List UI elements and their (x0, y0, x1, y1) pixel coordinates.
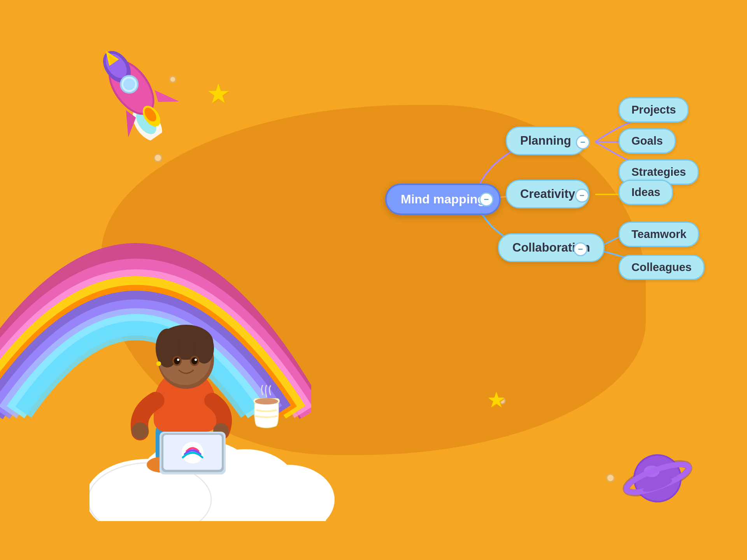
svg-point-39 (191, 357, 198, 364)
coffee-cup-icon (249, 385, 284, 432)
svg-marker-10 (151, 82, 179, 112)
svg-point-38 (174, 357, 180, 364)
character (117, 303, 265, 482)
node-planning: Planning (506, 126, 586, 155)
minus-collaboration[interactable]: − (573, 242, 587, 256)
svg-rect-19 (97, 500, 327, 521)
svg-point-48 (255, 398, 278, 404)
svg-point-40 (177, 359, 179, 361)
planet-icon (622, 443, 693, 513)
node-collaboration: Collaboration (498, 233, 605, 262)
node-teamwork: Teamwork (619, 222, 699, 247)
node-projects: Projects (619, 97, 689, 122)
star-top-icon: ★ (206, 78, 231, 110)
minus-creativity[interactable]: − (575, 189, 589, 203)
dot-decoration-4 (606, 474, 615, 482)
node-ideas: Ideas (619, 180, 673, 205)
rocket-icon (73, 36, 168, 135)
minus-center[interactable]: − (479, 192, 493, 206)
node-goals: Goals (619, 128, 676, 154)
svg-point-41 (195, 359, 197, 361)
node-colleagues: Colleagues (619, 255, 705, 280)
svg-point-28 (132, 422, 149, 439)
svg-point-42 (156, 361, 161, 366)
minus-planning[interactable]: − (576, 135, 590, 149)
star-bottom-icon: ★ (487, 387, 506, 412)
mindmap-container: Mind mapping − Planning − Creativity − C… (374, 78, 724, 311)
